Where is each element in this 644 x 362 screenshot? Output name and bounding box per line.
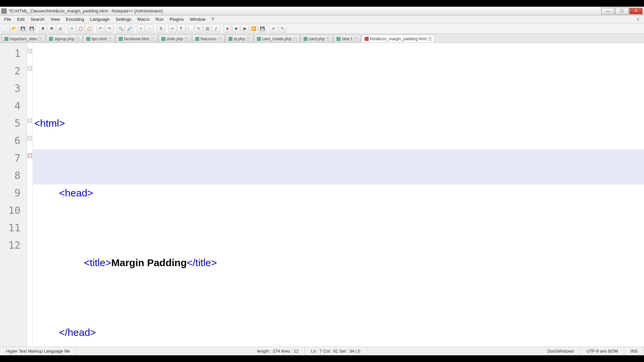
- doc-map-icon[interactable]: ▤: [203, 24, 211, 33]
- undo-icon[interactable]: ↶: [97, 24, 105, 33]
- replace-icon[interactable]: 🔎: [125, 24, 133, 33]
- maximize-button[interactable]: ☐: [615, 8, 629, 14]
- paste-icon[interactable]: 📋: [85, 24, 93, 33]
- fold-margin: − − − − −: [27, 43, 33, 347]
- tab-bar: important_sites× signup.php× tips.html× …: [0, 34, 644, 43]
- menu-macro[interactable]: Macro: [135, 16, 152, 22]
- spellcheck-icon[interactable]: ✔: [270, 24, 278, 33]
- menu-encoding[interactable]: Encoding: [63, 16, 87, 22]
- record-macro-icon[interactable]: ●: [223, 24, 231, 33]
- play-macro-icon[interactable]: ▶: [241, 24, 249, 33]
- close-all-icon[interactable]: ✖: [48, 24, 56, 33]
- menu-language[interactable]: Language: [88, 16, 112, 22]
- menu-file[interactable]: File: [1, 16, 14, 22]
- run-multi-macro-icon[interactable]: ⏩: [250, 24, 258, 33]
- show-all-chars-icon[interactable]: ¶: [177, 24, 185, 33]
- current-line-highlight: [33, 149, 644, 184]
- fold-icon[interactable]: −: [28, 66, 32, 70]
- menubar: File Edit Search View Encoding Language …: [0, 15, 644, 23]
- tab-shah-php[interactable]: shah.php×: [158, 35, 192, 43]
- save-icon[interactable]: 💾: [19, 24, 27, 33]
- line-number-gutter: 1 2 3 4 5 6 7 8 9 10 11 12: [0, 43, 27, 347]
- zoom-in-icon[interactable]: +: [137, 24, 145, 33]
- tab-new-1[interactable]: new 1×: [333, 35, 361, 43]
- fold-icon[interactable]: −: [28, 49, 32, 53]
- tab-tips-html[interactable]: tips.html×: [83, 35, 115, 43]
- tab-important-sites[interactable]: important_sites×: [1, 35, 45, 43]
- fold-icon[interactable]: −: [28, 119, 32, 123]
- tab-facebook-html[interactable]: facebook.html×: [116, 35, 158, 43]
- minimize-button[interactable]: —: [601, 8, 614, 14]
- fold-icon[interactable]: −: [28, 136, 32, 140]
- indent-guide-icon[interactable]: ⎸: [186, 24, 194, 33]
- menu-settings[interactable]: Settings: [113, 16, 134, 22]
- wordwrap-icon[interactable]: ↩: [168, 24, 176, 33]
- stop-macro-icon[interactable]: ■: [232, 24, 240, 33]
- func-list-icon[interactable]: ƒ: [212, 24, 220, 33]
- menu-run[interactable]: Run: [153, 16, 166, 22]
- find-icon[interactable]: 🔍: [117, 24, 125, 33]
- menu-edit[interactable]: Edit: [14, 16, 27, 22]
- close-file-icon[interactable]: ✖: [39, 24, 47, 33]
- save-all-icon[interactable]: 💾: [28, 24, 36, 33]
- fold-icon[interactable]: −: [28, 154, 32, 158]
- user-lang-icon[interactable]: ✎: [195, 24, 203, 33]
- spellcheck-next-icon[interactable]: ✎: [278, 24, 286, 33]
- menu-search[interactable]: Search: [28, 16, 47, 22]
- tab-margin-padding-html[interactable]: html&css_margin_padding.html×: [362, 35, 434, 43]
- sync-scroll-icon[interactable]: ⇅: [157, 24, 165, 33]
- editor-area[interactable]: 1 2 3 4 5 6 7 8 9 10 11 12 − − − − − <ht…: [0, 43, 644, 347]
- toolbar: 📄 📂 💾 💾 ✖ ✖ 🖨 ✂ 📋 📋 ↶ ↷ 🔍 🔎 + − ⇅ ↩ ¶ ⎸ …: [0, 23, 644, 34]
- tab-signup-php[interactable]: signup.php×: [46, 35, 83, 43]
- notepad-plus-plus-window: *D:\HTML_Classes\html&css_margin_padding…: [0, 7, 644, 355]
- tab-card-php[interactable]: card.php×: [301, 35, 333, 43]
- window-title: *D:\HTML_Classes\html&css_margin_padding…: [9, 8, 601, 13]
- new-file-icon[interactable]: 📄: [1, 24, 9, 33]
- close-button[interactable]: ✕: [629, 8, 643, 14]
- zoom-out-icon[interactable]: −: [146, 24, 154, 33]
- app-icon: [1, 8, 7, 14]
- menu-view[interactable]: View: [48, 16, 63, 22]
- open-file-icon[interactable]: 📂: [10, 24, 18, 33]
- copy-icon[interactable]: 📋: [76, 24, 85, 33]
- redo-icon[interactable]: ↷: [105, 24, 113, 33]
- tab-ip-php[interactable]: ip.php×: [225, 35, 253, 43]
- menu-window[interactable]: Window: [187, 16, 208, 22]
- code-view[interactable]: <html> <head> <title>Margin Padding</tit…: [33, 43, 644, 347]
- menu-plugins[interactable]: Plugins: [167, 16, 187, 22]
- print-icon[interactable]: 🖨: [56, 24, 64, 33]
- menu-help[interactable]: ?: [209, 16, 216, 22]
- cut-icon[interactable]: ✂: [68, 24, 76, 33]
- save-macro-icon[interactable]: 💾: [258, 24, 266, 33]
- tab-htaccess[interactable]: htaccess×: [192, 35, 225, 43]
- mdi-close-button[interactable]: ✕: [634, 17, 643, 22]
- titlebar: *D:\HTML_Classes\html&css_margin_padding…: [0, 7, 644, 15]
- tab-card-create-php[interactable]: card_create.php×: [254, 35, 300, 43]
